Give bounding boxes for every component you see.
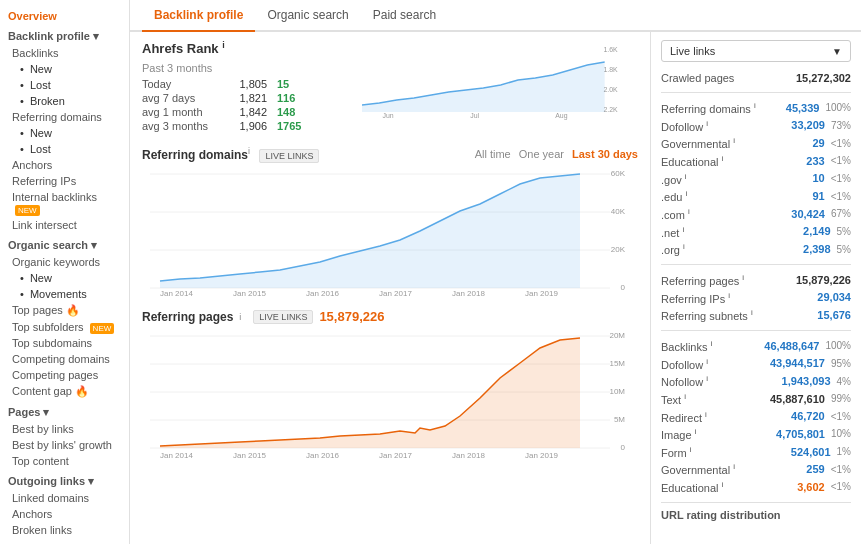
- sidebar-internal-backlinks[interactable]: Internal backlinks NEW: [0, 189, 129, 217]
- bl-stat-label-8: Educational i: [661, 480, 723, 494]
- sidebar-referring-ips[interactable]: Referring IPs: [0, 173, 129, 189]
- sidebar-backlinks-lost[interactable]: • Lost: [0, 77, 129, 93]
- bl-stat-label-2: Nofollow i: [661, 374, 708, 388]
- rank-val-3m: 1,906: [232, 120, 267, 132]
- svg-text:1.8K: 1.8K: [603, 65, 617, 75]
- sidebar-content-gap[interactable]: Content gap 🔥: [0, 383, 129, 400]
- filter-all-time[interactable]: All time: [475, 148, 511, 160]
- rp-stat-label: Referring pages i: [661, 273, 744, 287]
- sidebar-competing-domains[interactable]: Competing domains: [0, 351, 129, 367]
- sidebar-pages[interactable]: Pages ▾: [0, 404, 129, 421]
- svg-text:Jan 2014: Jan 2014: [160, 451, 193, 458]
- rank-section: Ahrefs Rank i Past 3 months Today 1,805 …: [142, 40, 638, 134]
- svg-text:0: 0: [621, 443, 626, 452]
- rd-stat-pct-1: 73%: [831, 120, 851, 131]
- crawled-pages-row: Crawled pages 15,272,302: [661, 70, 851, 86]
- sidebar-overview[interactable]: Overview: [0, 6, 129, 28]
- sidebar-rd-new[interactable]: • New: [0, 125, 129, 141]
- live-links-dropdown[interactable]: Live links ▼: [661, 40, 851, 62]
- bl-stat-val-8: 3,602: [797, 481, 825, 493]
- bl-stat-pct-1: 95%: [831, 358, 851, 369]
- dropdown-arrow-icon: ▼: [832, 46, 842, 57]
- sidebar-linked-domains[interactable]: Linked domains: [0, 490, 129, 506]
- rd-title-text: Referring domains: [142, 148, 248, 162]
- sidebar-organic-search[interactable]: Organic search ▾: [0, 237, 129, 254]
- svg-text:Jan 2016: Jan 2016: [306, 451, 339, 458]
- rd-live-links-badge: LIVE LINKS: [259, 149, 319, 163]
- svg-text:10M: 10M: [609, 387, 625, 396]
- rank-val-7d: 1,821: [232, 92, 267, 104]
- rank-change-1m: 148: [277, 106, 295, 118]
- bl-stat-pct-2: 4%: [837, 376, 851, 387]
- bl-stat-label-5: Image i: [661, 427, 696, 441]
- sidebar-best-by-links[interactable]: Best by links: [0, 421, 129, 437]
- filter-one-year[interactable]: One year: [519, 148, 564, 160]
- rank-left: Ahrefs Rank i Past 3 months Today 1,805 …: [142, 40, 342, 134]
- rd-stat-label-4: .gov i: [661, 172, 687, 186]
- filter-last-30-days[interactable]: Last 30 days: [572, 148, 638, 160]
- sidebar-ok-new[interactable]: • New: [0, 270, 129, 286]
- referring-domains-section: Referring domainsi LIVE LINKS All time O…: [142, 146, 638, 299]
- rank-change-3m: 1765: [277, 120, 301, 132]
- bl-stat-pct-4: <1%: [831, 411, 851, 422]
- rank-row-3m: avg 3 months 1,906 1765: [142, 120, 342, 132]
- rank-change-today: 15: [277, 78, 289, 90]
- svg-text:20K: 20K: [611, 245, 626, 254]
- rank-label-today: Today: [142, 78, 222, 90]
- rd-stat-val-8: 2,398: [803, 243, 831, 255]
- tab-backlink-profile[interactable]: Backlink profile: [142, 0, 255, 32]
- rd-stat-val-0: 45,339: [786, 102, 820, 114]
- rsub-stat-val: 15,676: [817, 309, 851, 321]
- rip-stat-val: 29,034: [817, 291, 851, 303]
- rank-change-7d: 116: [277, 92, 295, 104]
- rd-stat-label-0: Referring domains i: [661, 101, 756, 115]
- sidebar-backlinks[interactable]: Backlinks: [0, 45, 129, 61]
- rd-stat-0: Referring domains i 45,339 100%: [661, 99, 851, 117]
- bl-stat-pct-6: 1%: [837, 446, 851, 457]
- rd-stat-val-2: 29: [812, 137, 824, 149]
- rd-stat-pct-2: <1%: [831, 138, 851, 149]
- sidebar-rd-lost[interactable]: • Lost: [0, 141, 129, 157]
- rd-stat-label-3: Educational i: [661, 154, 723, 168]
- rd-stat-1: Dofollow i 33,209 73%: [661, 117, 851, 135]
- rp-title: Referring pages: [142, 310, 233, 324]
- sidebar-organic-keywords[interactable]: Organic keywords: [0, 254, 129, 270]
- sidebar-top-subdomains[interactable]: Top subdomains: [0, 335, 129, 351]
- sidebar-referring-domains[interactable]: Referring domains: [0, 109, 129, 125]
- sidebar-best-by-links-growth[interactable]: Best by links' growth: [0, 437, 129, 453]
- sidebar-backlink-profile[interactable]: Backlink profile ▾: [0, 28, 129, 45]
- sidebar-link-intersect[interactable]: Link intersect: [0, 217, 129, 233]
- sidebar-top-subfolders[interactable]: Top subfolders NEW: [0, 319, 129, 335]
- sidebar-backlinks-new[interactable]: • New: [0, 61, 129, 77]
- tab-paid-search[interactable]: Paid search: [361, 0, 448, 32]
- bl-stat-label-1: Dofollow i: [661, 357, 708, 371]
- svg-text:20M: 20M: [609, 331, 625, 340]
- referring-pages-chart: 20M 15M 10M 5M 0 Jan 2014 Jan 2015 Jan 2…: [142, 328, 638, 458]
- svg-text:Jan 2018: Jan 2018: [452, 289, 485, 296]
- rank-row-today: Today 1,805 15: [142, 78, 342, 90]
- svg-text:2.0K: 2.0K: [603, 85, 617, 95]
- sidebar-backlinks-broken[interactable]: • Broken: [0, 93, 129, 109]
- rd-stat-pct-6: 67%: [831, 208, 851, 219]
- main-content: Backlink profile Organic search Paid sea…: [130, 0, 861, 544]
- svg-text:40K: 40K: [611, 207, 626, 216]
- crawled-pages-value: 15,272,302: [796, 72, 851, 84]
- bl-stat-3: Text i 45,887,610 99%: [661, 390, 851, 408]
- svg-marker-22: [160, 174, 580, 288]
- sidebar-top-content[interactable]: Top content: [0, 453, 129, 469]
- bl-stat-val-5: 4,705,801: [776, 428, 825, 440]
- sidebar-top-pages[interactable]: Top pages 🔥: [0, 302, 129, 319]
- bl-stat-6: Form i 524,601 1%: [661, 443, 851, 461]
- tab-bar: Backlink profile Organic search Paid sea…: [130, 0, 861, 32]
- sidebar-anchors[interactable]: Anchors: [0, 157, 129, 173]
- bl-stat-0: Backlinks i 46,488,647 100%: [661, 337, 851, 355]
- svg-marker-7: [362, 62, 605, 112]
- sidebar-competing-pages[interactable]: Competing pages: [0, 367, 129, 383]
- time-filters: All time One year Last 30 days: [475, 148, 638, 160]
- tab-organic-search[interactable]: Organic search: [255, 0, 360, 32]
- crawled-pages-label: Crawled pages: [661, 72, 734, 84]
- sidebar-ok-movements[interactable]: • Movements: [0, 286, 129, 302]
- sidebar-outgoing-links[interactable]: Outgoing links ▾: [0, 473, 129, 490]
- sidebar-outgoing-anchors[interactable]: Anchors: [0, 506, 129, 522]
- sidebar-broken-links[interactable]: Broken links: [0, 522, 129, 538]
